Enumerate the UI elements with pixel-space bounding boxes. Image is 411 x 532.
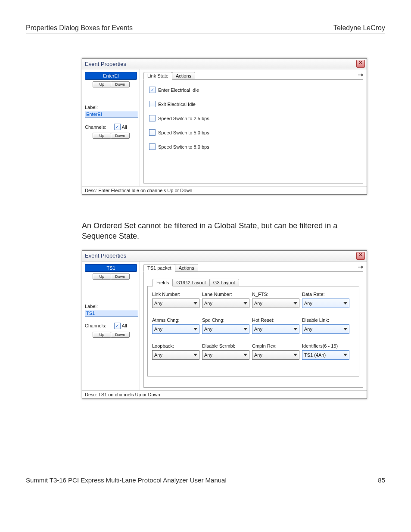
down-button[interactable]: Down [111,274,130,280]
check-exit-electrical-idle[interactable]: Exit Electrical Idle [149,101,358,107]
field-label: Atnms Chng: [152,317,199,323]
chevron-down-icon [243,302,247,305]
chevron-down-icon [243,328,247,330]
tab-link-state[interactable]: Link State [143,72,172,80]
subtab-g1g2-layout[interactable]: G1/G2 Layout [172,279,210,286]
up-button[interactable]: Up [93,274,112,280]
checkbox-icon [149,115,156,121]
event-properties-dialog-2: Event Properties TS1 Up Down Label: Chan… [82,250,367,399]
checkbox-icon: ✓ [114,323,121,329]
field-dropdown[interactable]: Any [252,299,299,308]
check-enter-electrical-idle[interactable]: ✓ Enter Electrical Idle [149,87,358,93]
checkbox-icon: ✓ [149,87,156,93]
label-input[interactable] [85,310,138,317]
up-button[interactable]: Up [93,81,112,87]
field-dropdown[interactable]: Any [152,299,199,308]
check-speed-switch-2-5[interactable]: Speed Switch to 2.5 bps [149,115,358,121]
field-dropdown[interactable]: Any [302,299,349,308]
description-bar: Desc: Enter Electrical Idle on channels … [82,186,367,194]
label-label: Label: [85,304,137,309]
pin-icon[interactable] [357,264,364,270]
field-label: Loopback: [152,343,199,348]
dialog-title: Event Properties [85,252,126,259]
chevron-down-icon [243,354,247,356]
all-checkbox[interactable]: ✓ All [114,124,127,130]
check-speed-switch-5-0[interactable]: Speed Switch to 5.0 bps [149,129,358,136]
field-dropdown[interactable]: Any [202,350,249,360]
field-label: Link Number: [152,292,199,297]
chevron-down-icon [293,302,297,305]
channels-up-button[interactable]: Up [93,133,112,139]
chevron-down-icon [193,302,197,305]
event-name-pill: EnterEI [85,72,137,80]
header-left: Properties Dialog Boxes for Events [26,24,133,32]
event-properties-dialog-1: Event Properties EnterEI Up Down Label: … [82,58,367,195]
checkbox-icon [149,143,156,150]
subtab-fields[interactable]: Fields [153,279,173,286]
channels-label: Channels: [85,323,106,328]
channels-up-button[interactable]: Up [93,332,112,338]
field-label: Cmpln Rcv: [252,343,299,348]
chevron-down-icon [293,328,297,330]
chevron-down-icon [343,354,347,356]
field-label: N_FTS: [252,292,299,297]
chevron-down-icon [343,302,347,305]
checkbox-icon [149,129,156,136]
footer-right: 85 [378,476,385,484]
event-name-pill: TS1 [85,264,137,272]
field-dropdown[interactable]: Any [252,324,299,334]
field-dropdown[interactable]: TS1 (4Ah) [302,350,349,360]
tab-ts1-packet[interactable]: TS1 packet [143,264,175,272]
description-bar: Desc: TS1 on channels Up or Down [82,390,367,398]
field-dropdown[interactable]: Any [302,324,349,334]
down-button[interactable]: Down [111,81,130,87]
tab-actions[interactable]: Actions [175,264,198,272]
check-speed-switch-8-0[interactable]: Speed Switch to 8.0 bps [149,143,358,150]
checkbox-icon [149,101,156,107]
channels-down-button[interactable]: Down [111,133,130,139]
dialog-title: Event Properties [85,61,126,67]
body-paragraph: An Ordered Set cannot be filtered in a G… [82,221,358,242]
header-right: Teledyne LeCroy [333,24,385,32]
chevron-down-icon [343,328,347,330]
close-icon [358,60,363,65]
field-dropdown[interactable]: Any [202,299,249,308]
chevron-down-icon [293,354,297,356]
tab-actions[interactable]: Actions [172,72,195,80]
close-button[interactable] [356,60,365,68]
field-label: Data Rate: [302,292,349,297]
all-checkbox[interactable]: ✓ All [114,323,127,329]
field-label: Disable Scrmbl: [202,343,249,348]
pin-icon[interactable] [357,72,364,78]
field-label: Hot Reset: [252,317,299,323]
field-dropdown[interactable]: Any [152,350,199,360]
channels-down-button[interactable]: Down [111,332,130,338]
subtab-g3-layout[interactable]: G3 Layout [209,279,239,286]
field-dropdown[interactable]: Any [252,350,299,360]
chevron-down-icon [193,354,197,356]
channels-label: Channels: [85,124,106,130]
close-icon [358,252,363,257]
chevron-down-icon [193,328,197,330]
field-dropdown[interactable]: Any [152,324,199,334]
field-label: Identifiers(6 - 15) [302,343,349,348]
field-label: Lane Number: [202,292,249,297]
field-label: Spd Chng: [202,317,249,323]
footer-left: Summit T3-16 PCI Express Multi-Lane Prot… [26,476,227,484]
label-input[interactable] [85,111,138,118]
field-dropdown[interactable]: Any [202,324,249,334]
close-button[interactable] [356,252,365,260]
field-label: Disable Link: [302,317,349,323]
checkbox-icon: ✓ [114,124,121,130]
label-label: Label: [85,105,137,110]
